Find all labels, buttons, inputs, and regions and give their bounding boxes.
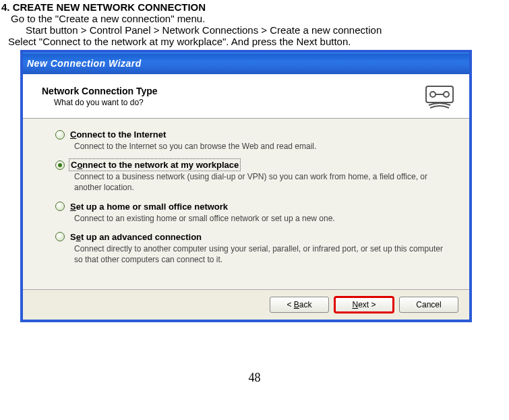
wizard-body: Connect to the Internet Connect to the I… xyxy=(23,119,469,289)
option-label: Set up an advanced connection xyxy=(70,232,202,242)
option-connect-workplace[interactable]: Connect to the network at my workplace C… xyxy=(55,160,452,193)
radio-icon[interactable] xyxy=(55,130,65,140)
page-number: 48 xyxy=(0,371,509,385)
option-label: Set up a home or small office network xyxy=(70,202,228,212)
svg-point-2 xyxy=(444,92,449,97)
next-button[interactable]: Next > xyxy=(334,297,394,313)
wizard-header: Network Connection Type What do you want… xyxy=(23,74,469,119)
radio-icon[interactable] xyxy=(55,232,65,241)
option-description: Connect to the Internet so you can brows… xyxy=(55,141,452,152)
option-label: Connect to the network at my workplace xyxy=(70,160,239,170)
option-label: Connect to the Internet xyxy=(70,129,166,140)
window-titlebar[interactable]: New Connection Wizard xyxy=(23,53,469,74)
option-description: Connect to an existing home or small off… xyxy=(55,213,452,224)
back-button[interactable]: < Back xyxy=(270,297,329,313)
radio-icon[interactable] xyxy=(55,160,65,170)
instruction-line-2: Start button > Control Panel > Network C… xyxy=(0,24,509,36)
wizard-title: Network Connection Type xyxy=(42,86,423,96)
wizard-window: New Connection Wizard Network Connection… xyxy=(20,50,472,322)
option-home-office-network[interactable]: Set up a home or small office network Co… xyxy=(55,202,452,224)
option-description: Connect to a business network (using dia… xyxy=(55,171,452,193)
instruction-line-3: Select "Connect to the network at my wor… xyxy=(0,36,509,47)
radio-icon[interactable] xyxy=(55,202,65,211)
window-title: New Connection Wizard xyxy=(27,58,142,69)
option-connect-internet[interactable]: Connect to the Internet Connect to the I… xyxy=(55,129,452,152)
option-advanced-connection[interactable]: Set up an advanced connection Connect di… xyxy=(55,232,452,265)
instruction-line-1: Go to the "Create a new connection" menu… xyxy=(0,13,509,24)
option-description: Connect directly to another computer usi… xyxy=(55,243,452,265)
svg-point-1 xyxy=(430,92,436,97)
section-heading: 4. CREATE NEW NETWORK CONNECTION xyxy=(0,0,509,13)
cancel-button[interactable]: Cancel xyxy=(399,297,458,313)
wizard-subtitle: What do you want to do? xyxy=(42,98,423,107)
network-connection-icon xyxy=(423,81,457,112)
wizard-button-bar: < Back Next > Cancel xyxy=(23,289,469,320)
